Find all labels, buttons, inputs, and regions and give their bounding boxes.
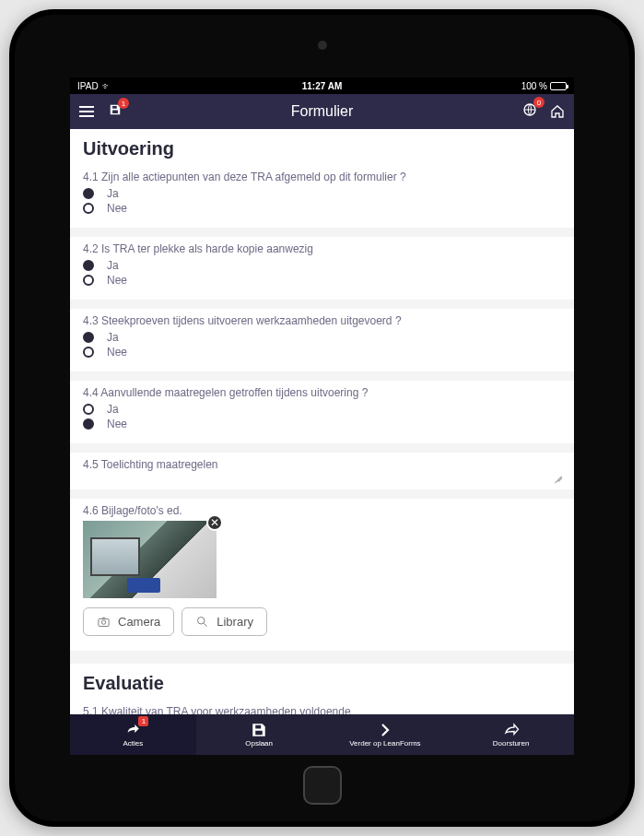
forward-icon — [502, 722, 521, 738]
section-title: Evaluatie — [70, 664, 574, 700]
wifi-icon: ᯤ — [102, 81, 111, 91]
radio-icon — [83, 188, 94, 199]
radio-icon — [83, 332, 94, 343]
battery-icon — [550, 82, 567, 90]
question-4-1: 4.1 Zijn alle actiepunten van deze TRA a… — [70, 165, 574, 237]
globe-button[interactable]: 0 — [522, 102, 537, 121]
question-5-1: 5.1 Kwaliteit van TRA voor werkzaamheden… — [70, 700, 574, 714]
acties-badge: 1 — [138, 716, 148, 726]
bottom-toolbar: 1 Acties Opslaan Verder op LeanForms Doo… — [70, 714, 574, 755]
radio-icon — [83, 275, 94, 286]
radio-ja[interactable]: Ja — [83, 187, 561, 200]
radio-icon — [83, 418, 94, 430]
verder-button[interactable]: Verder op LeanForms — [322, 714, 449, 755]
radio-nee[interactable]: Nee — [83, 202, 561, 215]
photo-preview — [83, 521, 217, 598]
header-save-button[interactable]: 1 — [109, 103, 122, 120]
radio-ja[interactable]: Ja — [83, 403, 561, 416]
battery-percent: 100 % — [521, 81, 547, 91]
resize-handle-icon[interactable] — [552, 473, 561, 482]
clock: 11:27 AM — [240, 81, 404, 91]
radio-nee[interactable]: Nee — [83, 418, 561, 430]
opslaan-button[interactable]: Opslaan — [196, 714, 322, 755]
app-header: 1 Formulier 0 — [70, 94, 574, 129]
svg-point-2 — [101, 620, 105, 624]
question-text: 4.1 Zijn alle actiepunten van deze TRA a… — [83, 171, 561, 183]
svg-point-3 — [198, 618, 205, 625]
question-4-3: 4.3 Steekproeven tijdens uitvoeren werkz… — [70, 309, 574, 381]
radio-icon — [83, 203, 94, 214]
radio-ja[interactable]: Ja — [83, 331, 561, 344]
attachment-thumbnail[interactable]: ✕ — [83, 521, 217, 598]
save-icon — [250, 722, 268, 738]
close-icon: ✕ — [210, 516, 219, 529]
globe-badge: 0 — [533, 97, 544, 108]
page-title: Formulier — [70, 103, 574, 120]
question-text: 4.4 Aanvullende maatregelen getroffen ti… — [83, 386, 561, 399]
toelichting-field[interactable]: 4.5 Toelichting maatregelen — [70, 453, 574, 499]
radio-icon — [83, 260, 94, 271]
acties-button[interactable]: 1 Acties — [70, 714, 196, 755]
radio-ja[interactable]: Ja — [83, 259, 561, 272]
question-4-2: 4.2 Is TRA ter plekke als harde kopie aa… — [70, 237, 574, 309]
save-badge: 1 — [118, 98, 129, 109]
carrier-label: IPAD — [77, 81, 99, 91]
menu-button[interactable] — [79, 106, 94, 117]
app-screen: IPAD ᯤ 11:27 AM 100 % 1 — [70, 77, 574, 755]
question-text: 4.3 Steekproeven tijdens uitvoeren werkz… — [83, 314, 561, 327]
camera-button[interactable]: Camera — [83, 607, 174, 636]
tablet-frame: IPAD ᯤ 11:27 AM 100 % 1 — [9, 9, 635, 827]
front-camera — [318, 41, 327, 50]
doorsturen-button[interactable]: Doorsturen — [448, 714, 574, 755]
search-icon — [195, 615, 209, 629]
chevron-right-icon — [376, 722, 394, 738]
remove-attachment-button[interactable]: ✕ — [206, 514, 223, 531]
radio-nee[interactable]: Nee — [83, 346, 561, 359]
toelichting-label: 4.5 Toelichting maatregelen — [83, 458, 561, 471]
bijlage-block: 4.6 Bijlage/foto's ed. ✕ Camera — [70, 499, 574, 664]
radio-icon — [83, 404, 94, 415]
section-evaluatie: Evaluatie 5.1 Kwaliteit van TRA voor wer… — [70, 664, 574, 714]
question-4-4: 4.4 Aanvullende maatregelen getroffen ti… — [70, 381, 574, 453]
radio-nee[interactable]: Nee — [83, 274, 561, 287]
section-title: Uitvoering — [70, 129, 574, 165]
question-text: 4.2 Is TRA ter plekke als harde kopie aa… — [83, 242, 561, 255]
radio-icon — [83, 347, 94, 358]
status-bar: IPAD ᯤ 11:27 AM 100 % — [70, 77, 574, 94]
home-icon[interactable] — [550, 104, 565, 119]
library-button[interactable]: Library — [181, 607, 267, 636]
bijlage-label: 4.6 Bijlage/foto's ed. — [83, 504, 561, 517]
camera-icon — [97, 615, 111, 629]
form-content[interactable]: Uitvoering 4.1 Zijn alle actiepunten van… — [70, 129, 574, 714]
home-button[interactable] — [303, 766, 342, 805]
tablet-bezel: IPAD ᯤ 11:27 AM 100 % 1 — [15, 15, 629, 821]
section-uitvoering: Uitvoering 4.1 Zijn alle actiepunten van… — [70, 129, 574, 664]
question-text: 5.1 Kwaliteit van TRA voor werkzaamheden… — [83, 705, 561, 714]
